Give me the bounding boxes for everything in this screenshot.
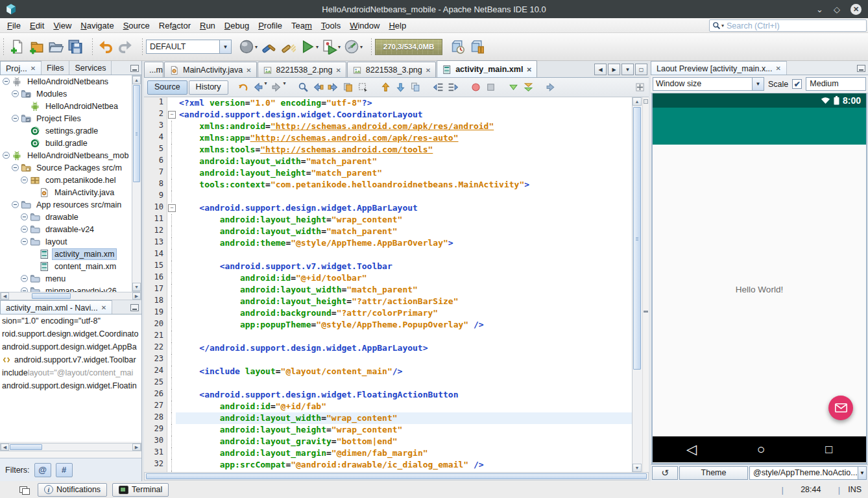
search-input[interactable] (724, 21, 866, 30)
code-line[interactable] (176, 354, 632, 366)
tab-list-icon[interactable]: ▼ (621, 64, 634, 75)
code-line[interactable]: android:id="@+id/toolbar" (176, 272, 632, 284)
code-line[interactable]: <android.support.design.widget.FloatingA… (176, 389, 632, 401)
dropdown-arrow-icon[interactable]: ▾ (338, 44, 341, 50)
editor-tab-activity_mainxml[interactable]: activity_main.xml✕ (437, 60, 537, 77)
navigator-item[interactable]: roid.support.design.widget.Coordinato (0, 327, 141, 340)
source-view-button[interactable]: Source (147, 80, 187, 95)
expand-handle-icon[interactable] (21, 226, 28, 233)
tree-node[interactable]: mipmap-anydpi-v26 (0, 285, 132, 292)
code-line[interactable]: android:layout_height="?attr/actionBarSi… (176, 296, 632, 307)
menu-file[interactable]: File (3, 19, 25, 32)
code-line[interactable]: <?xml version="1.0" encoding="utf-8"?> (176, 97, 632, 109)
stop-macro-button[interactable] (484, 80, 498, 94)
code-line[interactable]: <android.support.design.widget.AppBarLay… (176, 202, 632, 214)
menu-view[interactable]: View (49, 19, 76, 32)
code-line[interactable]: app:srcCompat="@android:drawable/ic_dial… (176, 459, 632, 471)
expand-handle-icon[interactable] (12, 90, 19, 97)
copy-down-button[interactable] (409, 80, 422, 94)
find-prev-button[interactable] (311, 80, 325, 94)
tree-node[interactable]: content_main.xm (0, 260, 132, 272)
globe-button[interactable] (237, 37, 256, 56)
code-line[interactable]: xmlns:tools="http://schemas.android.com/… (176, 144, 632, 156)
navigator-tab[interactable]: activity_main.xml - Navi... ✕ (0, 300, 112, 314)
preview-minimize-button[interactable] (857, 65, 865, 72)
find-next-button[interactable] (326, 80, 340, 94)
run-button[interactable] (298, 37, 317, 56)
menu-edit[interactable]: Edit (25, 19, 49, 32)
back-button[interactable] (251, 80, 265, 94)
navigator-item[interactable]: android.support.design.widget.AppBa (0, 340, 141, 353)
close-icon[interactable]: ✕ (335, 67, 341, 74)
refresh-preview-button[interactable]: ↺ (652, 466, 678, 480)
navigator-horizontal-scrollbar[interactable]: ◀ ▶ (0, 443, 141, 451)
code-line[interactable]: xmlns:app="http://schemas.android.com/ap… (176, 132, 632, 144)
code-line[interactable] (176, 191, 632, 202)
editor-tab-8221538_3png[interactable]: 8221538_3.png✕ (347, 62, 436, 77)
menu-team[interactable]: Team (287, 19, 317, 32)
tree-node[interactable]: App resources src/main (0, 198, 132, 211)
toggle-highlight-button[interactable] (341, 80, 355, 94)
profiler-run-button[interactable] (448, 37, 467, 56)
code-line[interactable]: android:layout_width="match_parent" (176, 284, 632, 296)
menu-tools[interactable]: Tools (317, 19, 345, 32)
dropdown-arrow-icon[interactable]: ▾ (265, 80, 267, 94)
last-edit-button[interactable] (236, 80, 250, 94)
navigator-item[interactable]: include layout="@layout/content_mai (0, 366, 141, 379)
terminal-button[interactable]: Terminal (112, 483, 169, 497)
close-icon[interactable]: ✕ (246, 67, 251, 74)
find-button[interactable] (296, 80, 310, 94)
tab-services[interactable]: Services (69, 61, 112, 75)
dropdown-arrow-icon[interactable]: ▾ (316, 44, 319, 50)
code-line[interactable]: android:layout_width="wrap_content" (176, 412, 632, 424)
notifications-button[interactable]: i Notifications (38, 483, 107, 497)
menu-window[interactable]: Window (345, 19, 384, 32)
record-macro-button[interactable] (469, 80, 483, 94)
tree-node[interactable]: settings.gradle (0, 124, 132, 137)
code-line[interactable]: app:popupTheme="@style/AppTheme.PopupOve… (176, 319, 632, 331)
close-button[interactable]: ✕ (850, 4, 862, 15)
close-icon[interactable]: ✕ (426, 67, 431, 74)
new-file-button[interactable] (7, 37, 27, 56)
profiler-pause-button[interactable] (467, 37, 487, 56)
shift-left-button[interactable] (431, 80, 445, 94)
editor-horizontal-scrollbar[interactable] (144, 472, 649, 480)
tree-node[interactable]: layout (0, 235, 132, 248)
tree-node[interactable]: MainActivity.java (0, 186, 132, 198)
go-forward-button[interactable] (544, 80, 558, 94)
expand-handle-icon[interactable] (21, 275, 28, 282)
tab-files[interactable]: Files (42, 61, 69, 75)
tree-node[interactable]: menu (0, 272, 132, 285)
theme-select[interactable]: @style/AppTheme.NoActio... ▼ (749, 466, 867, 480)
tab-proj[interactable]: Proj...✕ (0, 61, 42, 75)
redo-button[interactable] (115, 37, 135, 56)
new-project-button[interactable] (27, 37, 46, 56)
close-icon[interactable]: ✕ (30, 65, 36, 72)
menu-profile[interactable]: Profile (254, 19, 287, 32)
navigator-item[interactable]: android.support.v7.widget.Toolbar (0, 353, 141, 366)
layout-preview-tab[interactable]: Laout Preview [activity_main.x... ✕ (651, 61, 787, 75)
expand-handle-icon[interactable] (3, 78, 10, 85)
navigator-close-icon[interactable]: ✕ (101, 304, 106, 311)
menu-navigate[interactable]: Navigate (76, 19, 118, 32)
zoom-level-select[interactable]: Medium (806, 77, 866, 91)
tree-node[interactable]: activity_main.xm (0, 248, 132, 260)
forward-button[interactable] (270, 80, 283, 94)
maximize-icon[interactable]: ▢ (635, 64, 647, 75)
editor-tab-m[interactable]: ...m (144, 62, 163, 77)
window-group-icon[interactable] (19, 486, 29, 493)
tree-horizontal-scrollbar[interactable]: ◀ ▶ (0, 292, 141, 300)
code-line[interactable]: android:layout_height="wrap_content" (176, 214, 632, 226)
code-line[interactable]: <android.support.design.widget.Coordinat… (176, 109, 632, 121)
expand-handle-icon[interactable] (12, 164, 19, 171)
fold-marker[interactable] (167, 202, 176, 214)
minimize-button[interactable]: ⌄ (816, 5, 823, 14)
tree-node[interactable]: com.petanikode.hel (0, 174, 132, 186)
code-line[interactable]: <android.support.v7.widget.Toolbar (176, 261, 632, 272)
menu-refactor[interactable]: Refactor (154, 19, 195, 32)
dropdown-arrow-icon[interactable]: ▾ (360, 44, 363, 50)
window-size-select[interactable]: Window size ▼ (653, 77, 764, 91)
tree-node[interactable]: Project Files (0, 112, 132, 124)
split-document-icon[interactable] (635, 82, 645, 92)
expand-handle-icon[interactable] (12, 201, 19, 208)
